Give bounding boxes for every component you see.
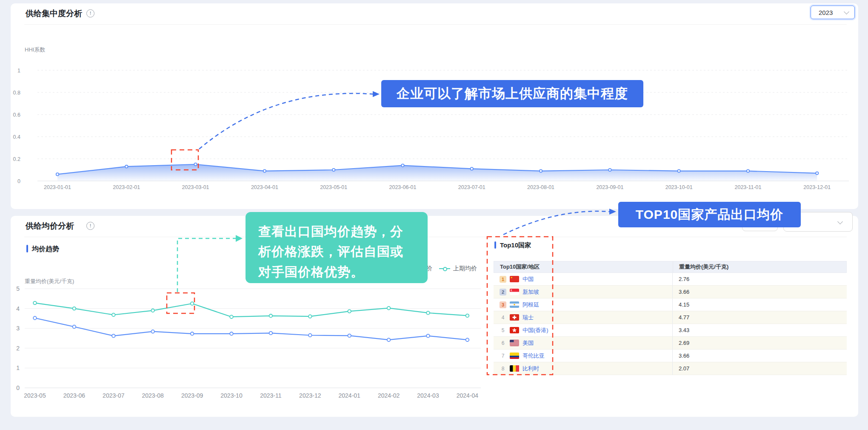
info-icon[interactable]: ! <box>86 9 94 17</box>
price-cell: 3.66 <box>672 286 847 298</box>
rank-badge: 1 <box>500 276 506 283</box>
price-cell: 3.43 <box>672 324 847 336</box>
price-cell: 2.76 <box>672 273 847 285</box>
price-value: 3.66 <box>679 353 689 359</box>
chart1-y-axis-title: HHI系数 <box>25 46 45 54</box>
info-icon[interactable]: ! <box>86 222 94 230</box>
callout-concentration: 企业可以了解市场上供应商的集中程度 <box>381 80 643 107</box>
price-trend-title: 均价趋势 <box>32 245 59 254</box>
legend-previous-avg[interactable]: 上期均价 <box>439 265 477 272</box>
table-row[interactable]: 3阿根廷4.15 <box>494 298 847 311</box>
price-value: 3.43 <box>679 327 689 333</box>
price-value: 4.77 <box>679 314 689 321</box>
country-cell: 4瑞士 <box>494 314 672 321</box>
country-cell: 2新加坡 <box>494 288 672 296</box>
section1-divider <box>24 24 847 25</box>
price-value: 2.07 <box>679 365 689 372</box>
country-cell: 1中国 <box>494 275 672 283</box>
flag-hongkong-icon <box>510 327 519 333</box>
price-cell: 2.69 <box>672 337 847 349</box>
top10-marker <box>494 241 496 249</box>
arrowhead-icon <box>609 209 616 215</box>
info-icon-glyph: ! <box>90 224 91 228</box>
country-link[interactable]: 哥伦比亚 <box>523 352 545 360</box>
flag-china-icon <box>510 276 519 282</box>
country-cell: 8比利时 <box>494 365 672 373</box>
rank-badge: 8 <box>500 365 506 372</box>
top10-panel-title: Top10国家 <box>500 241 531 249</box>
price-value: 3.66 <box>679 289 689 295</box>
price-cell: 3.66 <box>672 350 847 362</box>
flag-switzerland-icon <box>510 314 519 321</box>
year-select-value: 2023 <box>811 9 833 16</box>
price-cell: 4.77 <box>672 311 847 324</box>
legend-line-icon <box>439 268 450 269</box>
country-link[interactable]: 比利时 <box>523 365 539 373</box>
flag-colombia-icon <box>510 353 519 359</box>
table-row[interactable]: 8比利时2.07 <box>494 362 847 375</box>
chevron-down-icon <box>837 219 843 224</box>
table-row[interactable]: 6美国2.69 <box>494 337 847 350</box>
rank-badge: 2 <box>500 289 506 295</box>
callout-top10: TOP10国家产品出口均价 <box>618 202 801 227</box>
country-link[interactable]: 瑞士 <box>523 314 534 321</box>
info-icon-glyph: ! <box>90 11 91 16</box>
country-cell: 3阿根廷 <box>494 301 672 309</box>
price-value: 2.76 <box>679 276 689 282</box>
price-trend-marker <box>26 245 28 252</box>
dashboard-page: 供给集中度分析 ! 2023 HHI系数 00.20.40.60.812023-… <box>0 0 868 430</box>
col-header-price: 重量均价(美元/千克) <box>673 261 846 272</box>
table-body: 1中国2.762新加坡3.663阿根廷4.154瑞士4.775中国(香港)3.4… <box>494 273 847 375</box>
chart2-y-axis-title: 重量均价(美元/千克) <box>25 278 74 285</box>
section1-title: 供给集中度分析 <box>26 8 82 19</box>
country-cell: 5中国(香港) <box>494 327 672 334</box>
table-row[interactable]: 2新加坡3.66 <box>494 286 847 298</box>
callout-price-note: 查看出口国均价趋势，分析价格涨跌，评估自国或对手国价格优势。 <box>246 212 428 283</box>
rank-badge: 5 <box>500 327 506 334</box>
col-header-country: Top10国家/地区 <box>494 263 673 271</box>
table-row[interactable]: 7哥伦比亚3.66 <box>494 350 847 362</box>
country-link[interactable]: 美国 <box>523 339 534 347</box>
table-header: Top10国家/地区 重量均价(美元/千克) <box>494 261 847 273</box>
top10-table: Top10国家/地区 重量均价(美元/千克) 1中国2.762新加坡3.663阿… <box>494 261 847 375</box>
table-row[interactable]: 4瑞士4.77 <box>494 311 847 324</box>
price-value: 2.69 <box>679 340 689 346</box>
price-cell: 2.07 <box>672 362 847 375</box>
price-cell: 4.15 <box>672 298 847 311</box>
country-cell: 7哥伦比亚 <box>494 352 672 360</box>
section2-title: 供给均价分析 <box>26 221 74 232</box>
flag-belgium-icon <box>510 365 519 372</box>
section2-divider <box>24 237 847 237</box>
country-cell: 6美国 <box>494 339 672 347</box>
rank-badge: 4 <box>500 314 506 321</box>
flag-argentina-icon <box>510 301 519 308</box>
legend-label: 上期均价 <box>453 265 477 272</box>
country-link[interactable]: 中国(香港) <box>523 327 548 334</box>
country-link[interactable]: 新加坡 <box>523 288 539 296</box>
price-value: 4.15 <box>679 301 689 308</box>
country-link[interactable]: 阿根廷 <box>523 301 539 309</box>
table-row[interactable]: 5中国(香港)3.43 <box>494 324 847 337</box>
year-select[interactable]: 2023 <box>811 6 855 19</box>
rank-badge: 7 <box>500 353 506 359</box>
rank-badge: 6 <box>500 340 506 347</box>
flag-usa-icon <box>510 340 519 346</box>
chevron-down-icon <box>844 9 849 14</box>
country-link[interactable]: 中国 <box>523 275 534 283</box>
flag-singapore-icon <box>510 289 519 295</box>
rank-badge: 3 <box>500 301 506 308</box>
table-row[interactable]: 1中国2.76 <box>494 273 847 286</box>
